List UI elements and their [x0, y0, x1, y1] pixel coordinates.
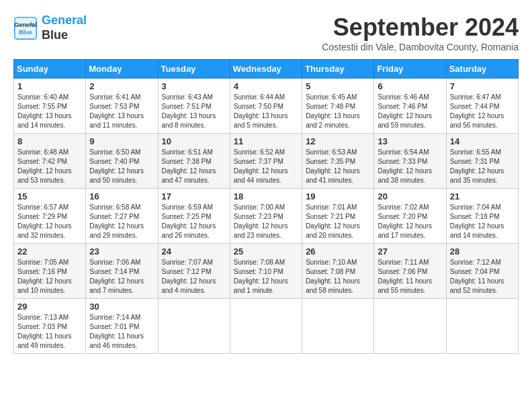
- day-number: 24: [162, 246, 226, 257]
- calendar-cell: 13 Sunrise: 6:54 AM Sunset: 7:33 PM Dayl…: [374, 134, 446, 189]
- day-number: 18: [234, 191, 298, 201]
- calendar-cell: 5 Sunrise: 6:45 AM Sunset: 7:48 PM Dayli…: [302, 79, 374, 134]
- day-info: Sunrise: 6:52 AM Sunset: 7:37 PM Dayligh…: [234, 148, 298, 185]
- day-info: Sunrise: 7:02 AM Sunset: 7:20 PM Dayligh…: [378, 203, 442, 240]
- calendar-cell: 28 Sunrise: 7:12 AM Sunset: 7:04 PM Dayl…: [446, 244, 518, 299]
- calendar-cell: 2 Sunrise: 6:41 AM Sunset: 7:53 PM Dayli…: [86, 79, 158, 134]
- day-info: Sunrise: 6:55 AM Sunset: 7:31 PM Dayligh…: [450, 148, 515, 185]
- day-info: Sunrise: 7:07 AM Sunset: 7:12 PM Dayligh…: [162, 258, 226, 295]
- day-number: 15: [17, 191, 82, 201]
- day-info: Sunrise: 7:04 AM Sunset: 7:18 PM Dayligh…: [450, 203, 515, 240]
- calendar-cell: 25 Sunrise: 7:08 AM Sunset: 7:10 PM Dayl…: [230, 244, 302, 299]
- day-number: 8: [17, 136, 82, 146]
- calendar-cell: 3 Sunrise: 6:43 AM Sunset: 7:51 PM Dayli…: [158, 79, 230, 134]
- weekday-header-monday: Monday: [86, 60, 158, 79]
- weekday-header-wednesday: Wednesday: [230, 60, 302, 79]
- day-info: Sunrise: 6:50 AM Sunset: 7:40 PM Dayligh…: [89, 148, 154, 185]
- calendar-cell: 24 Sunrise: 7:07 AM Sunset: 7:12 PM Dayl…: [158, 244, 230, 299]
- day-number: 25: [234, 246, 298, 257]
- day-number: 21: [450, 191, 515, 201]
- calendar-cell: 19 Sunrise: 7:01 AM Sunset: 7:21 PM Dayl…: [302, 189, 374, 244]
- calendar-table: SundayMondayTuesdayWednesdayThursdayFrid…: [13, 59, 519, 354]
- calendar-cell: 15 Sunrise: 6:57 AM Sunset: 7:29 PM Dayl…: [14, 189, 86, 244]
- calendar-cell: 18 Sunrise: 7:00 AM Sunset: 7:23 PM Dayl…: [230, 189, 302, 244]
- calendar-cell: [158, 299, 230, 354]
- calendar-cell: 6 Sunrise: 6:46 AM Sunset: 7:46 PM Dayli…: [374, 79, 446, 134]
- calendar-cell: 7 Sunrise: 6:47 AM Sunset: 7:44 PM Dayli…: [446, 79, 518, 134]
- day-info: Sunrise: 7:01 AM Sunset: 7:21 PM Dayligh…: [306, 203, 370, 240]
- day-info: Sunrise: 6:46 AM Sunset: 7:46 PM Dayligh…: [378, 93, 442, 130]
- day-info: Sunrise: 6:59 AM Sunset: 7:25 PM Dayligh…: [162, 203, 226, 240]
- weekday-header-thursday: Thursday: [302, 60, 374, 79]
- calendar-cell: 11 Sunrise: 6:52 AM Sunset: 7:37 PM Dayl…: [230, 134, 302, 189]
- calendar-cell: 20 Sunrise: 7:02 AM Sunset: 7:20 PM Dayl…: [374, 189, 446, 244]
- calendar-cell: 26 Sunrise: 7:10 AM Sunset: 7:08 PM Dayl…: [302, 244, 374, 299]
- day-info: Sunrise: 6:40 AM Sunset: 7:55 PM Dayligh…: [17, 93, 82, 130]
- day-info: Sunrise: 6:41 AM Sunset: 7:53 PM Dayligh…: [89, 93, 154, 130]
- calendar-week-row: 22 Sunrise: 7:05 AM Sunset: 7:16 PM Dayl…: [14, 244, 519, 299]
- calendar-cell: 10 Sunrise: 6:51 AM Sunset: 7:38 PM Dayl…: [158, 134, 230, 189]
- day-info: Sunrise: 7:05 AM Sunset: 7:16 PM Dayligh…: [17, 258, 82, 295]
- day-number: 27: [378, 246, 442, 257]
- day-number: 23: [89, 246, 154, 257]
- day-info: Sunrise: 6:51 AM Sunset: 7:38 PM Dayligh…: [162, 148, 226, 185]
- day-info: Sunrise: 6:54 AM Sunset: 7:33 PM Dayligh…: [378, 148, 442, 185]
- day-number: 10: [162, 136, 226, 146]
- day-number: 11: [234, 136, 298, 146]
- calendar-week-row: 15 Sunrise: 6:57 AM Sunset: 7:29 PM Dayl…: [14, 189, 519, 244]
- svg-text:Blue: Blue: [19, 29, 32, 36]
- weekday-header-friday: Friday: [374, 60, 446, 79]
- day-number: 2: [89, 81, 154, 91]
- calendar-cell: 1 Sunrise: 6:40 AM Sunset: 7:55 PM Dayli…: [14, 79, 86, 134]
- calendar-cell: 17 Sunrise: 6:59 AM Sunset: 7:25 PM Dayl…: [158, 189, 230, 244]
- calendar-cell: [302, 299, 374, 354]
- day-info: Sunrise: 6:58 AM Sunset: 7:27 PM Dayligh…: [89, 203, 154, 240]
- day-info: Sunrise: 7:13 AM Sunset: 7:03 PM Dayligh…: [17, 313, 82, 351]
- day-number: 14: [450, 136, 515, 146]
- calendar-cell: 12 Sunrise: 6:53 AM Sunset: 7:35 PM Dayl…: [302, 134, 374, 189]
- day-info: Sunrise: 7:11 AM Sunset: 7:06 PM Dayligh…: [378, 258, 442, 295]
- day-info: Sunrise: 7:14 AM Sunset: 7:01 PM Dayligh…: [89, 313, 154, 351]
- day-info: Sunrise: 6:45 AM Sunset: 7:48 PM Dayligh…: [306, 93, 370, 130]
- day-number: 17: [162, 191, 226, 201]
- calendar-cell: [374, 299, 446, 354]
- day-info: Sunrise: 7:06 AM Sunset: 7:14 PM Dayligh…: [89, 258, 154, 295]
- calendar-cell: 8 Sunrise: 6:48 AM Sunset: 7:42 PM Dayli…: [14, 134, 86, 189]
- day-number: 29: [17, 302, 82, 312]
- day-info: Sunrise: 6:44 AM Sunset: 7:50 PM Dayligh…: [234, 93, 298, 130]
- day-number: 20: [378, 191, 442, 201]
- day-number: 28: [450, 246, 515, 257]
- day-info: Sunrise: 7:10 AM Sunset: 7:08 PM Dayligh…: [306, 258, 370, 295]
- day-number: 19: [306, 191, 370, 201]
- day-number: 12: [306, 136, 370, 146]
- day-number: 3: [162, 81, 226, 91]
- logo-icon: General Blue: [13, 16, 38, 40]
- day-info: Sunrise: 6:47 AM Sunset: 7:44 PM Dayligh…: [450, 93, 515, 130]
- calendar-cell: 23 Sunrise: 7:06 AM Sunset: 7:14 PM Dayl…: [86, 244, 158, 299]
- title-block: September 2024 Costestii din Vale, Dambo…: [322, 13, 519, 52]
- day-number: 1: [17, 81, 82, 91]
- calendar-cell: 29 Sunrise: 7:13 AM Sunset: 7:03 PM Dayl…: [14, 299, 86, 354]
- calendar-cell: 21 Sunrise: 7:04 AM Sunset: 7:18 PM Dayl…: [446, 189, 518, 244]
- calendar-cell: 27 Sunrise: 7:11 AM Sunset: 7:06 PM Dayl…: [374, 244, 446, 299]
- calendar-cell: 30 Sunrise: 7:14 AM Sunset: 7:01 PM Dayl…: [86, 299, 158, 354]
- day-number: 9: [89, 136, 154, 146]
- day-info: Sunrise: 6:48 AM Sunset: 7:42 PM Dayligh…: [17, 148, 82, 185]
- day-info: Sunrise: 6:57 AM Sunset: 7:29 PM Dayligh…: [17, 203, 82, 240]
- logo-text: GeneralBlue: [42, 13, 87, 42]
- calendar-cell: 14 Sunrise: 6:55 AM Sunset: 7:31 PM Dayl…: [446, 134, 518, 189]
- calendar-cell: 16 Sunrise: 6:58 AM Sunset: 7:27 PM Dayl…: [86, 189, 158, 244]
- day-number: 6: [378, 81, 442, 91]
- calendar-cell: 22 Sunrise: 7:05 AM Sunset: 7:16 PM Dayl…: [14, 244, 86, 299]
- day-info: Sunrise: 6:43 AM Sunset: 7:51 PM Dayligh…: [162, 93, 226, 130]
- weekday-header-tuesday: Tuesday: [158, 60, 230, 79]
- page-header: General Blue GeneralBlue September 2024 …: [13, 13, 519, 52]
- calendar-cell: [230, 299, 302, 354]
- day-info: Sunrise: 7:00 AM Sunset: 7:23 PM Dayligh…: [234, 203, 298, 240]
- day-number: 7: [450, 81, 515, 91]
- day-number: 16: [89, 191, 154, 201]
- day-number: 22: [17, 246, 82, 257]
- calendar-week-row: 8 Sunrise: 6:48 AM Sunset: 7:42 PM Dayli…: [14, 134, 519, 189]
- day-info: Sunrise: 7:08 AM Sunset: 7:10 PM Dayligh…: [234, 258, 298, 295]
- month-year-title: September 2024: [322, 13, 519, 42]
